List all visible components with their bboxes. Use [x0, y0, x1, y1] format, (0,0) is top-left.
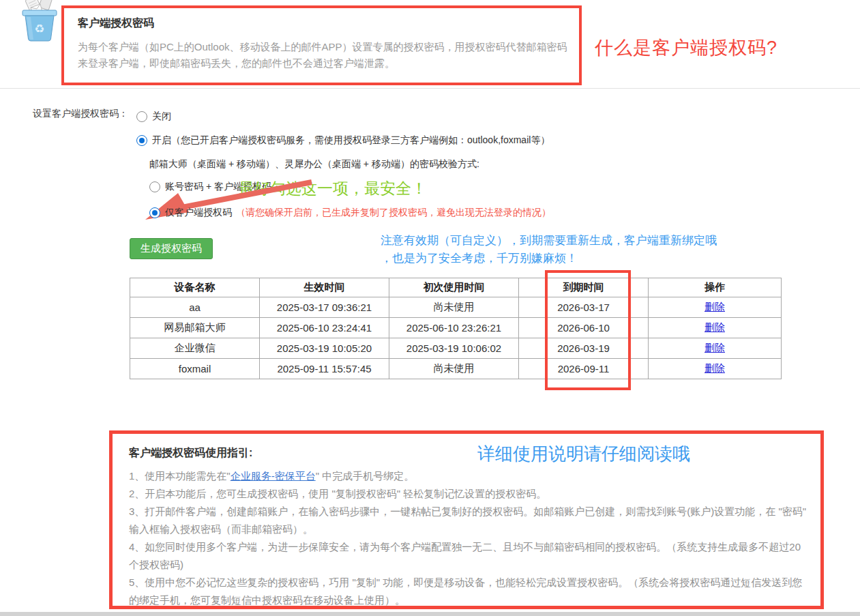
cell-first-use: 尚未使用 [389, 359, 519, 379]
annotation-expiry-note: 注意有效期（可自定义），到期需要重新生成，客户端重新绑定哦 ，也是为了安全考虑，… [381, 232, 717, 267]
delete-link[interactable]: 删除 [705, 301, 725, 312]
guide-item-2: 2、开启本功能后，您可生成授权密码，使用 "复制授权密码" 轻松复制记忆设置的授… [129, 485, 811, 503]
section-divider [0, 88, 860, 89]
guide-item-1: 1、使用本功能需先在"企业服务-密保平台" 中完成手机号绑定。 [129, 467, 811, 485]
col-header-device: 设备名称 [130, 278, 260, 297]
radio-on-icon[interactable] [136, 135, 147, 146]
delete-link[interactable]: 删除 [705, 342, 725, 353]
cell-effective: 2025-06-10 23:24:41 [260, 318, 389, 338]
table-row: 企业微信 2025-03-19 10:05:20 2025-03-19 10:0… [130, 338, 782, 359]
guide-item-5: 5、使用中您不必记忆这些复杂的授权密码，巧用 "复制" 功能，即便是移动设备，也… [129, 574, 811, 609]
guide-title: 客户端授权密码使用指引: [129, 446, 804, 460]
table-row: 网易邮箱大师 2025-06-10 23:24:41 2025-06-10 23… [130, 318, 782, 338]
cell-first-use: 尚未使用 [389, 297, 519, 318]
annotation-read-guide: 详细使用说明请仔细阅读哦 [477, 442, 690, 466]
col-header-expiry: 到期时间 [519, 278, 649, 297]
annotation-expiry-line2: ，也是为了安全考虑，千万别嫌麻烦！ [381, 250, 717, 267]
security-platform-link[interactable]: 企业服务-密保平台 [231, 470, 316, 482]
delete-link[interactable]: 删除 [705, 321, 725, 333]
col-header-first-use: 初次使用时间 [389, 278, 519, 297]
radio-option-off[interactable]: 关闭 [136, 111, 171, 123]
radio-off-label: 关闭 [152, 111, 171, 123]
guide-item-3: 3、打开邮件客户端，创建邮箱账户，在输入密码步骤中，一键粘帖已复制好的授权密码。… [129, 503, 811, 538]
cell-effective: 2025-03-19 10:05:20 [260, 338, 389, 359]
recycle-bin-icon: ♻ [19, 0, 60, 42]
annotation-expiry-line1: 注意有效期（可自定义），到期需要重新生成，客户端重新绑定哦 [381, 232, 717, 250]
annotation-what-is: 什么是客户端授权码? [595, 35, 777, 60]
cell-first-use: 2025-06-10 23:26:21 [389, 318, 519, 338]
cell-expiry: 2026-03-17 [519, 297, 649, 318]
cell-device: 网易邮箱大师 [130, 318, 260, 338]
cell-action: 删除 [649, 297, 782, 318]
radio-off-icon[interactable] [136, 111, 147, 122]
cell-expiry: 2026-09-11 [519, 359, 649, 379]
cell-expiry: 2026-03-19 [519, 338, 649, 359]
cell-effective: 2025-09-11 15:57:45 [260, 359, 389, 379]
cell-action: 删除 [649, 359, 782, 379]
bottom-edge-strip [0, 612, 860, 616]
cell-device: aa [130, 297, 260, 318]
guide-item-4: 4、如您同时使用多个客户端，为进一步保障安全，请为每个客户端配置独一无二、且均不… [129, 538, 811, 574]
usage-guide-box: 客户端授权密码使用指引: 1、使用本功能需先在"企业服务-密保平台" 中完成手机… [109, 430, 824, 609]
cell-action: 删除 [649, 338, 782, 359]
radio-only-note: （请您确保开启前，已生成并复制了授权密码，避免出现无法登录的情况） [236, 207, 551, 219]
cell-action: 删除 [649, 318, 782, 338]
guide-item-1-suffix: " 中完成手机号绑定。 [316, 470, 415, 482]
auth-password-table: 设备名称 生效时间 初次使用时间 到期时间 操作 aa 2025-03-17 0… [130, 278, 782, 379]
col-header-action: 操作 [649, 278, 782, 297]
generate-password-button[interactable]: 生成授权密码 [130, 238, 213, 259]
cell-expiry: 2026-06-10 [519, 318, 649, 338]
svg-text:♻: ♻ [34, 23, 44, 35]
col-header-effective: 生效时间 [260, 278, 389, 297]
table-row: foxmail 2025-09-11 15:57:45 尚未使用 2026-09… [130, 359, 782, 379]
verify-mode-intro: 邮箱大师（桌面端 + 移动端）、灵犀办公（桌面端 + 移动端）的密码校验方式: [149, 158, 479, 171]
radio-only-label: 仅客户端授权码 [165, 207, 232, 219]
radio-on-label: 开启（您已开启客户端授权密码服务，需使用授权码登录三方客户端例如：outlook… [152, 134, 550, 147]
delete-link[interactable]: 删除 [705, 362, 725, 374]
radio-option-only[interactable]: 仅客户端授权码 （请您确保开启前，已生成并复制了授权密码，避免出现无法登录的情况… [149, 207, 551, 219]
guide-item-1-prefix: 1、使用本功能需先在" [129, 470, 231, 482]
table-row: aa 2025-03-17 09:36:21 尚未使用 2026-03-17 删… [130, 297, 782, 318]
form-label: 设置客户端授权密码： [33, 108, 128, 120]
cell-first-use: 2025-03-19 10:06:02 [389, 338, 519, 359]
radio-option-on[interactable]: 开启（您已开启客户端授权密码服务，需使用授权码登录三方客户端例如：outlook… [136, 134, 550, 147]
cell-device: 企业微信 [130, 338, 260, 359]
page-description: 为每个客户端（如PC上的Outlook、移动设备上的邮件APP）设置专属的授权密… [78, 39, 570, 72]
intro-highlight-box: 客户端授权密码 为每个客户端（如PC上的Outlook、移动设备上的邮件APP）… [61, 5, 582, 85]
radio-only-icon[interactable] [149, 207, 160, 218]
page-title: 客户端授权密码 [78, 16, 567, 31]
table-header-row: 设备名称 生效时间 初次使用时间 到期时间 操作 [130, 278, 782, 297]
client-auth-password-page: ♻ 客户端授权密码 为每个客户端（如PC上的Outlook、移动设备上的邮件AP… [0, 0, 860, 616]
cell-effective: 2025-03-17 09:36:21 [260, 297, 389, 318]
cell-device: foxmail [130, 359, 260, 379]
